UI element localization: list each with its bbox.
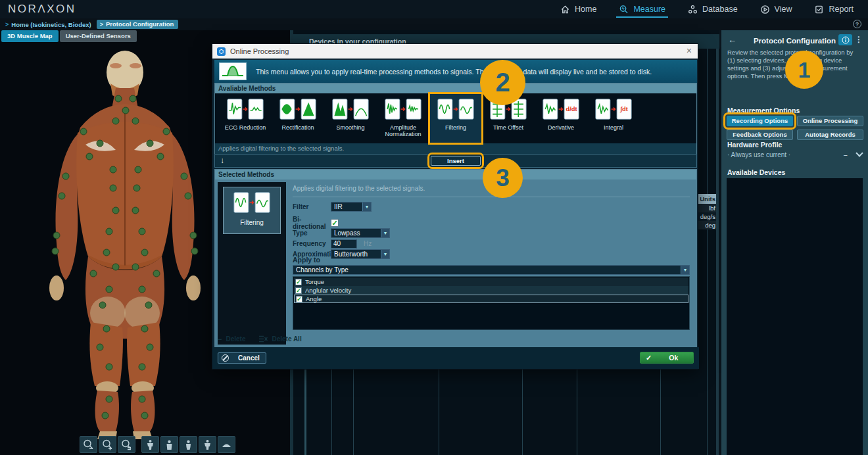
- nav-home-label: Home: [575, 5, 596, 14]
- frequency-label: Frequency: [293, 240, 331, 247]
- method-amplitude-normalization[interactable]: Amplitude Normalization: [377, 93, 429, 143]
- apply-to-label: Apply to: [293, 256, 320, 264]
- close-icon[interactable]: ×: [687, 45, 692, 56]
- method-ecg-reduction[interactable]: ECG Reduction: [219, 93, 272, 143]
- help-icon[interactable]: ?: [853, 20, 861, 28]
- minimize-icon[interactable]: −: [844, 151, 848, 159]
- cancel-button[interactable]: Cancel: [218, 352, 266, 364]
- nav-report[interactable]: Report: [814, 0, 854, 18]
- zoom-reset-icon: [120, 439, 133, 451]
- filter-dropdown[interactable]: IIR ▾: [331, 202, 372, 212]
- chevron-icon: >: [5, 21, 9, 28]
- available-methods-title: Avaliable Methods: [215, 84, 696, 93]
- angular-velocity-checkbox[interactable]: ✓: [295, 287, 302, 294]
- channel-row-angular-velocity[interactable]: ✓ Anglular Velocity: [294, 286, 688, 295]
- approximation-dropdown[interactable]: Butterworth ▾: [331, 249, 390, 259]
- muscle-body-model[interactable]: [16, 47, 233, 442]
- insert-button[interactable]: Insert: [431, 156, 481, 166]
- app-icon: ⬡: [217, 47, 226, 56]
- ok-button[interactable]: ✓ Ok: [640, 352, 694, 364]
- menu-dots-icon[interactable]: ⋮: [855, 35, 863, 44]
- available-devices-title: Available Devices: [727, 168, 785, 176]
- body-front-icon: [144, 439, 157, 451]
- dialog-info-text: This menu allows you to apply real-time …: [256, 68, 652, 76]
- zoom-in-button[interactable]: [99, 436, 116, 453]
- recording-options-button[interactable]: Recording Options: [727, 116, 793, 126]
- hardware-profile-row[interactable]: · Always use current · −: [727, 151, 862, 158]
- derivative-icon: d/dt: [542, 111, 579, 122]
- move-down-icon[interactable]: ↓: [220, 156, 224, 165]
- body-back-icon: [201, 439, 214, 451]
- channel-row-angle[interactable]: ✓ Angle: [294, 295, 688, 303]
- frequency-input[interactable]: [331, 239, 357, 249]
- info-icon: [842, 36, 850, 44]
- dropdown-arrow-icon: ▾: [362, 203, 371, 211]
- delete-icon: −: [218, 335, 222, 343]
- measurement-options-title: Measurement Options: [727, 107, 800, 114]
- zoom-in-icon: [101, 439, 114, 451]
- filter-options: Applies digital filtering to the selecte…: [293, 180, 692, 342]
- method-derivative[interactable]: d/dtDerivative: [535, 93, 587, 143]
- torso-front-view-button[interactable]: [180, 436, 197, 453]
- top-view-icon: [220, 439, 233, 451]
- breadcrumb-home-label: Home (Isokinetics, Biodex): [11, 21, 91, 28]
- selected-methods-title: Selected Methods: [215, 170, 696, 180]
- table-scrollbar[interactable]: [716, 49, 719, 455]
- bidirectional-checkbox[interactable]: ✓: [331, 219, 339, 227]
- angle-checkbox[interactable]: ✓: [296, 296, 302, 302]
- autotag-records-button[interactable]: Autotag Records: [797, 130, 863, 140]
- delete-button[interactable]: Delete: [226, 335, 245, 343]
- ecg-reduction-icon: [227, 111, 264, 122]
- zoom-out-button[interactable]: [80, 436, 97, 453]
- report-icon: [814, 5, 824, 14]
- available-devices-list[interactable]: [727, 178, 863, 455]
- nav-view[interactable]: View: [760, 0, 792, 18]
- feedback-options-button[interactable]: Feedback Options: [727, 130, 793, 140]
- method-integral[interactable]: ∫dtIntegral: [587, 93, 640, 143]
- hardware-profile-title: Hardware Profile: [727, 141, 782, 149]
- check-icon: ✓: [646, 354, 652, 362]
- torso-front-icon: [182, 439, 195, 451]
- breadcrumb-current-label: Protocol Configuration: [106, 20, 174, 28]
- breadcrumb-home[interactable]: > Home (Isokinetics, Biodex): [5, 21, 91, 28]
- torque-checkbox[interactable]: ✓: [295, 279, 302, 285]
- top-view-button[interactable]: [218, 436, 235, 453]
- selected-method-filtering[interactable]: Filtering: [223, 187, 281, 234]
- nav-database-label: Database: [702, 5, 738, 14]
- delete-all-button[interactable]: Delete All: [272, 335, 301, 343]
- nav-view-label: View: [775, 5, 792, 14]
- tab-3d-muscle-map[interactable]: 3D Muscle Map: [1, 30, 59, 42]
- online-processing-button[interactable]: Online Processing: [797, 116, 863, 126]
- breadcrumb: > Home (Isokinetics, Biodex) > Protocol …: [0, 18, 868, 30]
- view-toolbar: [80, 436, 235, 453]
- method-filtering[interactable]: Filtering: [429, 93, 482, 143]
- body-back-view-button[interactable]: [199, 436, 216, 453]
- nav-measure[interactable]: Measure: [619, 0, 665, 18]
- info-button[interactable]: [838, 34, 852, 45]
- integral-icon: ∫dt: [595, 111, 632, 122]
- frequency-unit: Hz: [364, 240, 372, 247]
- cancel-icon: [222, 354, 229, 362]
- app-window: NORΛXON Home Measure Database View Repor…: [0, 0, 868, 455]
- channel-row-torque[interactable]: ✓ Torque: [294, 277, 688, 286]
- home-icon: [560, 5, 570, 14]
- torso-back-view-button[interactable]: [160, 436, 178, 453]
- time-offset-icon: [490, 111, 527, 122]
- top-nav: NORΛXON Home Measure Database View Repor…: [0, 0, 868, 18]
- method-rectification[interactable]: Rectification: [272, 93, 324, 143]
- zoom-reset-button[interactable]: [118, 436, 135, 453]
- breadcrumb-current[interactable]: > Protocol Configuration: [97, 20, 179, 29]
- tab-user-defined-sensors[interactable]: User-Defined Sensors: [60, 30, 137, 42]
- method-smoothing[interactable]: Smoothing: [324, 93, 377, 143]
- dialog-footer: Cancel ✓ Ok: [212, 347, 699, 369]
- body-front-view-button[interactable]: [141, 436, 159, 453]
- nav-home[interactable]: Home: [560, 0, 596, 18]
- channels-selector-dropdown[interactable]: Channels by Type ▾: [293, 265, 690, 275]
- torso-back-icon: [163, 439, 176, 451]
- left-tabs: 3D Muscle Map User-Defined Sensors: [1, 30, 137, 42]
- type-dropdown[interactable]: Lowpass ▾: [331, 228, 390, 238]
- chevron-down-icon[interactable]: [856, 149, 863, 156]
- dropdown-arrow-icon: ▾: [381, 229, 389, 237]
- nav-database[interactable]: Database: [688, 0, 738, 18]
- insert-row: ↓ Insert: [214, 154, 697, 168]
